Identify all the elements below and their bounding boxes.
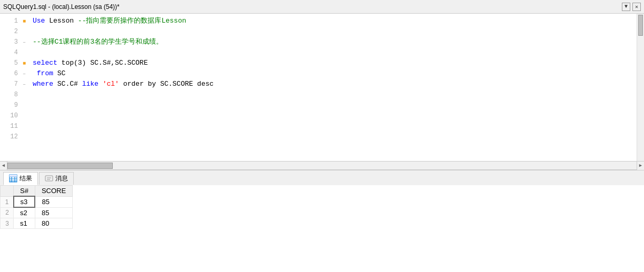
editor-area[interactable]: 123456789101112 ■–■–– Use Lesson --指向需要所… xyxy=(0,14,644,161)
gutter-icon-4 xyxy=(21,47,27,58)
code-line-1: Use Lesson --指向需要所操作的数据库Lesson xyxy=(33,16,632,26)
code-line-7: where SC.C# like 'cl' order by SC.SCORE … xyxy=(33,79,632,89)
horizontal-scrollbar[interactable]: ◀ ▶ xyxy=(0,161,644,169)
code-line-3: --选择C1课程的前3名的学生学号和成绩。 xyxy=(33,37,632,47)
code-line-2 xyxy=(33,26,632,37)
gutter-icon-2 xyxy=(21,26,27,37)
code-gutter: ■–■–– xyxy=(21,14,28,161)
row-number: 3 xyxy=(1,218,14,229)
gutter-icon-1: ■ xyxy=(21,16,27,26)
code-line-4 xyxy=(33,47,632,58)
code-line-6: from SC xyxy=(33,68,632,79)
line-number-7: 7 xyxy=(4,79,18,89)
tab-messages[interactable]: 消息 xyxy=(39,172,74,185)
h-scroll-thumb[interactable] xyxy=(7,163,113,169)
minimize-button[interactable]: ▼ xyxy=(622,3,630,11)
table-cell[interactable]: s1 xyxy=(14,218,35,229)
gutter-icon-7: – xyxy=(21,79,27,89)
row-number: 2 xyxy=(1,207,14,218)
gutter-icon-11 xyxy=(21,121,27,132)
table-row[interactable]: 1s385 xyxy=(1,196,73,207)
table-cell[interactable]: 80 xyxy=(35,218,72,229)
line-number-11: 11 xyxy=(4,121,18,132)
scrollbar-thumb[interactable] xyxy=(638,15,643,36)
row-number: 1 xyxy=(1,196,14,207)
code-line-5: select top(3) SC.S#,SC.SCORE xyxy=(33,58,632,68)
title-bar: SQLQuery1.sql - (local).Lesson (sa (54))… xyxy=(0,0,644,14)
close-button[interactable]: ✕ xyxy=(632,3,641,11)
tab-label-results: 结果 xyxy=(19,174,32,183)
line-numbers: 123456789101112 xyxy=(0,14,21,161)
gutter-icon-9 xyxy=(21,100,27,110)
gutter-icon-12 xyxy=(21,132,27,142)
tab-label-messages: 消息 xyxy=(55,174,68,183)
line-number-3: 3 xyxy=(4,37,18,47)
h-scroll-right[interactable]: ▶ xyxy=(637,162,644,170)
line-number-12: 12 xyxy=(4,132,18,142)
line-number-10: 10 xyxy=(4,110,18,121)
code-line-10 xyxy=(33,110,632,121)
line-number-4: 4 xyxy=(4,47,18,58)
table-cell[interactable]: s2 xyxy=(14,207,35,218)
line-number-2: 2 xyxy=(4,26,18,37)
results-table: S#SCORE1s3852s2853s180 xyxy=(0,185,73,229)
table-row[interactable]: 2s285 xyxy=(1,207,73,218)
svg-rect-6 xyxy=(9,175,17,177)
title-buttons: ▼ ✕ xyxy=(622,3,641,11)
message-icon xyxy=(45,175,53,183)
table-row[interactable]: 3s180 xyxy=(1,218,73,229)
code-line-8 xyxy=(33,89,632,100)
gutter-icon-3: – xyxy=(21,37,27,47)
gutter-icon-10 xyxy=(21,110,27,121)
line-number-5: 5 xyxy=(4,58,18,68)
results-table-container[interactable]: S#SCORE1s3852s2853s180 xyxy=(0,185,644,272)
vertical-scrollbar[interactable] xyxy=(637,14,644,161)
table-cell[interactable]: 85 xyxy=(35,207,72,218)
column-header-S#: S# xyxy=(14,186,35,197)
table-cell[interactable]: 85 xyxy=(35,196,72,207)
code-editor[interactable]: Use Lesson --指向需要所操作的数据库Lesson --选择C1课程的… xyxy=(28,14,637,161)
main-content: 123456789101112 ■–■–– Use Lesson --指向需要所… xyxy=(0,14,644,272)
results-tabs: 结果消息 xyxy=(0,170,644,185)
tab-results[interactable]: 结果 xyxy=(3,172,38,185)
line-number-8: 8 xyxy=(4,89,18,100)
table-icon xyxy=(9,174,17,183)
gutter-icon-5: ■ xyxy=(21,58,27,68)
code-line-11 xyxy=(33,121,632,132)
line-number-9: 9 xyxy=(4,100,18,110)
h-scroll-left[interactable]: ◀ xyxy=(0,162,7,170)
results-panel: 结果消息 S#SCORE1s3852s2853s180 xyxy=(0,169,644,272)
h-scroll-track[interactable] xyxy=(7,162,637,169)
line-number-6: 6 xyxy=(4,68,18,79)
column-header-SCORE: SCORE xyxy=(35,186,72,197)
code-line-12 xyxy=(33,132,632,142)
table-cell[interactable]: s3 xyxy=(14,196,35,207)
gutter-icon-8 xyxy=(21,89,27,100)
results-body: S#SCORE1s3852s2853s180 xyxy=(0,185,644,272)
svg-rect-7 xyxy=(45,176,53,181)
code-line-9 xyxy=(33,100,632,110)
title-text: SQLQuery1.sql - (local).Lesson (sa (54))… xyxy=(3,3,120,11)
gutter-icon-6: – xyxy=(21,68,27,79)
line-number-1: 1 xyxy=(4,16,18,26)
